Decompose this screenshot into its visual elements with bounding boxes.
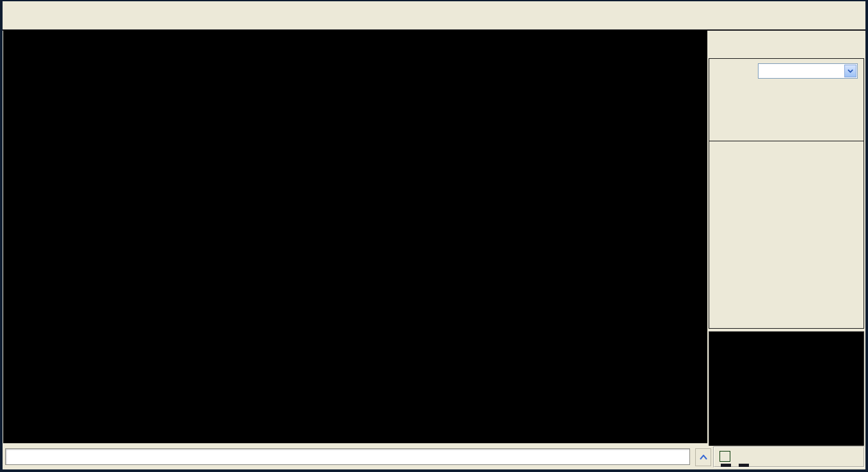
status-stub <box>739 464 749 467</box>
app-window <box>0 0 868 472</box>
status-stub <box>721 464 731 467</box>
world-view-minimap[interactable] <box>709 331 864 446</box>
command-status-panel <box>713 446 865 468</box>
console-scroll-up-button[interactable] <box>695 448 711 466</box>
chevron-up-icon <box>700 455 707 460</box>
app-chrome <box>3 1 865 469</box>
command-input[interactable] <box>5 448 690 465</box>
control-panel <box>709 30 865 446</box>
layer-list <box>709 141 864 328</box>
views-dropdown[interactable] <box>758 63 858 79</box>
command-status-indicator <box>719 451 730 462</box>
panel-tabs <box>709 30 865 59</box>
command-bar <box>3 446 865 469</box>
main-toolbar <box>3 1 865 31</box>
chevron-down-icon <box>848 69 853 73</box>
pcb-design-canvas[interactable] <box>3 30 707 443</box>
views-dropdown-button[interactable] <box>844 65 856 77</box>
visibility-grid-header <box>709 86 864 98</box>
views-row <box>709 63 864 81</box>
visibility-pane <box>709 58 864 329</box>
